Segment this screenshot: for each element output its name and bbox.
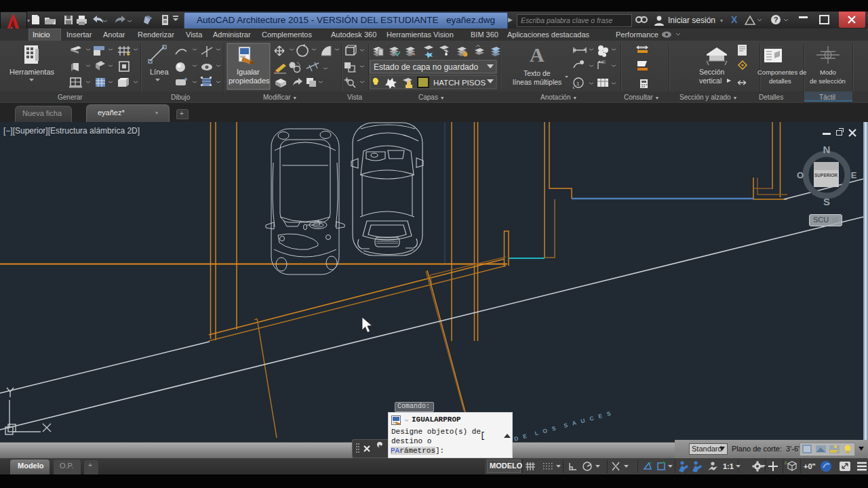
svg-text:detalles: detalles <box>769 77 791 85</box>
svg-text:O: O <box>797 170 804 180</box>
svg-text:Herramientas: Herramientas <box>9 68 55 76</box>
svg-text:Z: Z <box>785 461 787 465</box>
svg-text:S: S <box>823 196 830 207</box>
svg-text:vertical: vertical <box>699 77 722 85</box>
svg-text:N: N <box>823 144 831 155</box>
svg-text:SUPERIOR: SUPERIOR <box>814 173 837 178</box>
svg-text:líneas múltiples: líneas múltiples <box>513 78 561 86</box>
svg-text:+0": +0" <box>804 462 816 470</box>
svg-text:Sección: Sección <box>699 68 725 76</box>
svg-text:Componentes de: Componentes de <box>757 68 806 76</box>
svg-text:Línea: Línea <box>150 68 169 76</box>
svg-text:de selección: de selección <box>810 77 846 85</box>
svg-text:HATCH PISOS: HATCH PISOS <box>433 79 486 87</box>
svg-text:1:1: 1:1 <box>723 462 734 470</box>
svg-text:Igualar: Igualar <box>237 68 260 76</box>
svg-text:A: A <box>530 43 545 66</box>
svg-text:E: E <box>851 170 857 180</box>
svg-text:propiedades: propiedades <box>229 77 270 85</box>
svg-text:Modo: Modo <box>820 68 836 76</box>
svg-text:1: 1 <box>576 81 580 87</box>
svg-text:Texto de: Texto de <box>524 69 551 77</box>
svg-text:?: ? <box>774 16 778 24</box>
svg-text:Estado de capa no guardado: Estado de capa no guardado <box>374 62 478 72</box>
